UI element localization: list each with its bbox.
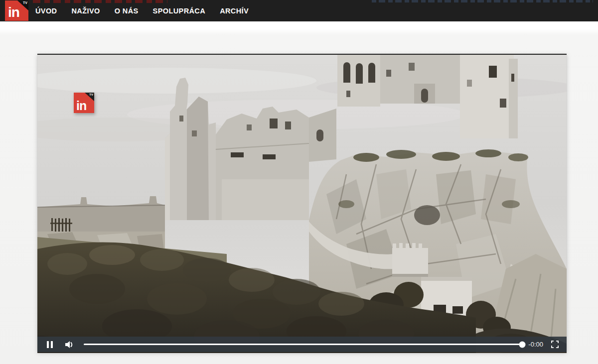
video-frame-castle-scene [37,55,567,353]
pause-button[interactable] [44,337,56,352]
nav-item-uvod[interactable]: ÚVOD [35,7,57,15]
player-controls: -0:00 [37,337,567,352]
nav-item-spolupraca[interactable]: SPOLUPRÁCA [153,7,206,15]
site-logo-text: in [8,5,19,19]
progress-knob[interactable] [519,341,526,348]
volume-button[interactable] [64,337,76,352]
fullscreen-icon [551,341,559,348]
player-watermark-logo: in TV [74,93,94,113]
video-player[interactable]: in TV -0:00 [37,54,567,352]
speaker-icon [65,341,75,349]
site-logo[interactable]: in TV [5,0,28,21]
site-logo-tv-text: TV [23,1,27,4]
watermark-tv-text: TV [89,93,93,96]
nav-item-archiv[interactable]: ARCHÍV [220,7,249,15]
time-remaining: -0:00 [528,341,543,348]
nav-item-o-nas[interactable]: O NÁS [115,7,139,15]
top-nav-bar: in TV ÚVOD NAŽIVO O NÁS SPOLUPRÁCA ARCHÍ… [0,0,598,21]
page: in TV ÚVOD NAŽIVO O NÁS SPOLUPRÁCA ARCHÍ… [0,0,598,364]
clipped-links-fragment [372,0,593,2]
fullscreen-button[interactable] [549,337,560,352]
pause-icon [47,341,49,348]
watermark-logo-text: in [76,100,86,112]
nav-item-nazivo[interactable]: NAŽIVO [72,7,100,15]
progress-bar[interactable] [84,337,522,352]
progress-fill [84,344,522,345]
main-menu: ÚVOD NAŽIVO O NÁS SPOLUPRÁCA ARCHÍV [35,7,249,15]
progress-track [84,344,522,345]
clipped-heading-fragment [33,0,167,3]
